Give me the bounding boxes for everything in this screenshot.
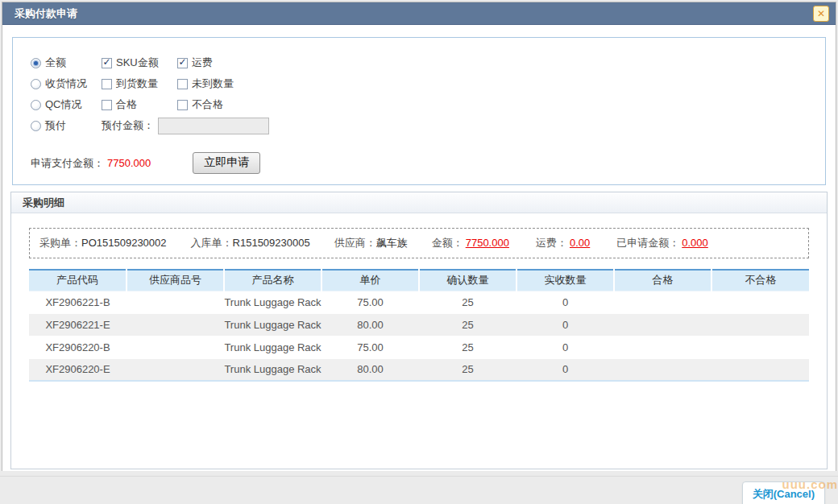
cell-product-code: XF2906221-E xyxy=(29,313,127,336)
checkbox-shipping[interactable]: 运费 xyxy=(177,52,338,73)
cell-product-name: Trunk Luggage Rack xyxy=(224,313,322,336)
cell-unqualified xyxy=(711,336,809,358)
cell-qualified xyxy=(614,358,711,381)
table-row[interactable]: XF2906220-B Trunk Luggage Rack 75.00 25 … xyxy=(29,336,809,358)
checkbox-icon[interactable] xyxy=(102,100,112,110)
cell-confirmed-qty: 25 xyxy=(419,291,516,313)
summary-supplier: 供应商：飙车族 xyxy=(334,236,408,250)
cell-supplier-sku xyxy=(127,358,224,381)
checkbox-label: 运费 xyxy=(192,56,213,70)
cell-received-qty: 0 xyxy=(516,358,614,381)
radio-full-amount[interactable]: 全额 xyxy=(31,52,102,73)
cell-product-name: Trunk Luggage Rack xyxy=(224,291,322,313)
checkbox-qualified[interactable]: 合格 xyxy=(102,94,177,115)
cell-qualified xyxy=(614,336,711,358)
column-header: 不合格 xyxy=(711,270,809,291)
cell-product-code: XF2906221-B xyxy=(29,291,127,313)
column-header: 确认数量 xyxy=(419,270,516,291)
radio-label: 全额 xyxy=(45,56,66,70)
summary-inbound-number: 入库单：R151509230005 xyxy=(191,236,310,250)
checkbox-icon[interactable] xyxy=(177,100,188,110)
dialog-titlebar: 采购付款申请 ✕ xyxy=(2,2,836,25)
summary-shipping: 运费：0.00 xyxy=(536,236,592,250)
checkbox-unqualified[interactable]: 不合格 xyxy=(177,94,338,115)
purchase-detail-title: 采购明细 xyxy=(11,192,827,213)
table-row[interactable]: XF2906221-E Trunk Luggage Rack 80.00 25 … xyxy=(29,313,809,336)
radio-prepay[interactable]: 预付 xyxy=(31,115,102,136)
cell-unqualified xyxy=(711,358,809,381)
checkbox-label: 未到数量 xyxy=(192,76,234,91)
table-row[interactable]: XF2906221-B Trunk Luggage Rack 75.00 25 … xyxy=(29,291,809,313)
summary-po-number: 采购单：PO151509230002 xyxy=(39,236,167,250)
cell-unit-price: 80.00 xyxy=(322,313,419,336)
table-row[interactable]: XF2906220-E Trunk Luggage Rack 80.00 25 … xyxy=(29,358,809,381)
checkbox-label: 到货数量 xyxy=(116,76,158,91)
close-icon[interactable]: ✕ xyxy=(813,6,829,22)
cell-product-code: XF2906220-E xyxy=(29,358,127,381)
product-table: 产品代码 供应商品号 产品名称 单价 确认数量 实收数量 合格 不合格 XF29 xyxy=(29,269,809,382)
cell-qualified xyxy=(614,291,711,313)
cell-unqualified xyxy=(711,291,809,313)
cell-qualified xyxy=(614,313,711,336)
cell-received-qty: 0 xyxy=(516,336,614,358)
column-header: 合格 xyxy=(614,270,711,291)
cell-confirmed-qty: 25 xyxy=(419,336,516,358)
radio-label: 预付 xyxy=(45,118,66,133)
apply-amount-value: 7750.000 xyxy=(107,157,151,169)
prepay-amount-label: 预付金额： xyxy=(102,118,154,133)
column-header: 实收数量 xyxy=(516,270,614,291)
checkbox-not-arrived-qty[interactable]: 未到数量 xyxy=(177,73,338,94)
checkbox-icon[interactable] xyxy=(102,79,112,89)
cell-received-qty: 0 xyxy=(516,291,614,313)
column-header: 产品代码 xyxy=(29,270,127,291)
close-cancel-button[interactable]: 关闭(Cancel) xyxy=(742,481,825,504)
prepay-amount-row: 预付金额： xyxy=(102,115,338,136)
checkbox-icon[interactable] xyxy=(177,58,188,68)
cell-unit-price: 75.00 xyxy=(322,291,419,313)
cell-supplier-sku xyxy=(127,291,224,313)
radio-icon[interactable] xyxy=(31,121,41,131)
cell-confirmed-qty: 25 xyxy=(419,313,516,336)
purchase-detail-body: 采购单：PO151509230002 入库单：R151509230005 供应商… xyxy=(11,213,827,469)
checkbox-icon[interactable] xyxy=(102,58,112,68)
order-summary-box: 采购单：PO151509230002 入库单：R151509230005 供应商… xyxy=(29,228,809,258)
checkbox-label: SKU金额 xyxy=(116,56,159,70)
checkbox-label: 合格 xyxy=(116,97,137,112)
radio-icon[interactable] xyxy=(31,100,41,110)
checkbox-label: 不合格 xyxy=(192,97,223,112)
payment-form-panel: 全额 SKU金额 运费 收货情况 到货数量 xyxy=(12,37,826,185)
apply-now-button[interactable]: 立即申请 xyxy=(193,152,260,174)
radio-qc-status[interactable]: QC情况 xyxy=(31,94,102,115)
cell-product-name: Trunk Luggage Rack xyxy=(224,336,322,358)
purchase-payment-dialog: 采购付款申请 ✕ 全额 SKU金额 运费 xyxy=(2,2,836,471)
dialog-title: 采购付款申请 xyxy=(15,6,77,21)
summary-amount: 金额：7750.000 xyxy=(432,236,512,250)
cell-unqualified xyxy=(711,313,809,336)
cell-product-name: Trunk Luggage Rack xyxy=(224,358,322,381)
cell-unit-price: 80.00 xyxy=(322,358,419,381)
radio-label: QC情况 xyxy=(45,97,82,112)
radio-label: 收货情况 xyxy=(45,76,87,91)
checkbox-arrived-qty[interactable]: 到货数量 xyxy=(102,73,177,94)
prepay-amount-input[interactable] xyxy=(158,118,269,134)
radio-receipt-status[interactable]: 收货情况 xyxy=(31,73,102,94)
cell-received-qty: 0 xyxy=(516,313,614,336)
purchase-detail-panel: 采购明细 采购单：PO151509230002 入库单：R15150923000… xyxy=(10,192,828,469)
column-header: 供应商品号 xyxy=(127,270,224,291)
checkbox-sku-amount[interactable]: SKU金额 xyxy=(102,52,177,73)
dialog-content: 全额 SKU金额 运费 收货情况 到货数量 xyxy=(2,25,836,469)
radio-icon[interactable] xyxy=(31,58,41,68)
cell-product-code: XF2906220-B xyxy=(29,336,127,358)
cell-unit-price: 75.00 xyxy=(322,336,419,358)
radio-icon[interactable] xyxy=(31,79,41,89)
apply-amount-label: 申请支付金额： xyxy=(31,156,104,171)
table-header-row: 产品代码 供应商品号 产品名称 单价 确认数量 实收数量 合格 不合格 xyxy=(29,270,809,291)
payment-form-grid: 全额 SKU金额 运费 收货情况 到货数量 xyxy=(31,52,825,136)
cell-supplier-sku xyxy=(127,336,224,358)
cell-confirmed-qty: 25 xyxy=(419,358,516,381)
summary-applied-amount: 已申请金额：0.000 xyxy=(616,236,711,250)
checkbox-icon[interactable] xyxy=(177,79,188,89)
dialog-footer: 关闭(Cancel) uuu.com xyxy=(0,476,838,504)
cell-supplier-sku xyxy=(127,313,224,336)
column-header: 产品名称 xyxy=(224,270,322,291)
